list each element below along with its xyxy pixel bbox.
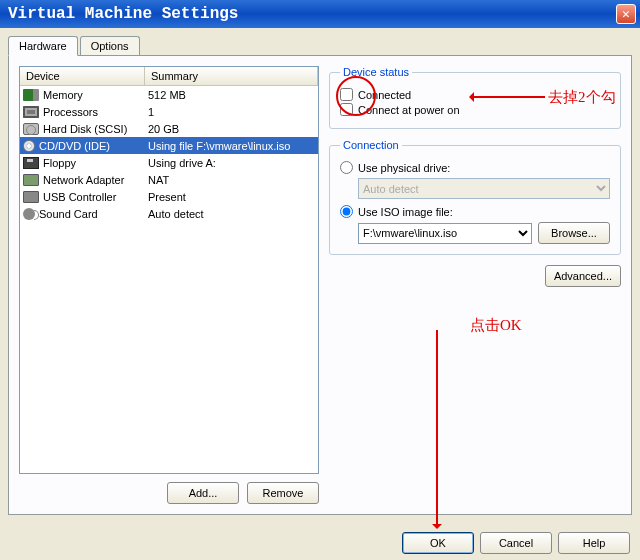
- iso-path-select[interactable]: F:\vmware\linux.iso: [358, 223, 532, 244]
- device-status-group: Device status Connected Connect at power…: [329, 66, 621, 129]
- advanced-row: Advanced...: [329, 265, 621, 287]
- connect-at-power-on-checkbox[interactable]: [340, 103, 353, 116]
- device-list: Device Summary Memory 512 MB Processors …: [19, 66, 319, 474]
- device-row-memory[interactable]: Memory 512 MB: [20, 86, 318, 103]
- ok-button[interactable]: OK: [402, 532, 474, 554]
- advanced-button[interactable]: Advanced...: [545, 265, 621, 287]
- connection-group: Connection Use physical drive: Auto dete…: [329, 139, 621, 255]
- header-summary[interactable]: Summary: [145, 67, 318, 85]
- tab-options[interactable]: Options: [80, 36, 140, 55]
- connection-legend: Connection: [340, 139, 402, 151]
- device-list-body: Memory 512 MB Processors 1 Hard Disk (SC…: [20, 86, 318, 222]
- device-list-buttons: Add... Remove: [19, 482, 319, 504]
- use-iso-label: Use ISO image file:: [358, 206, 453, 218]
- close-icon: ✕: [622, 6, 630, 22]
- connect-at-power-on-label: Connect at power on: [358, 104, 460, 116]
- close-button[interactable]: ✕: [616, 4, 636, 24]
- use-iso-radio[interactable]: [340, 205, 353, 218]
- content-area: Hardware Options Device Summary Memory 5…: [0, 28, 640, 560]
- browse-button[interactable]: Browse...: [538, 222, 610, 244]
- device-row-network[interactable]: Network Adapter NAT: [20, 171, 318, 188]
- device-row-cddvd[interactable]: CD/DVD (IDE) Using file F:\vmware\linux.…: [20, 137, 318, 154]
- cd-dvd-icon: [23, 140, 35, 152]
- dialog-buttons: OK Cancel Help: [402, 532, 630, 554]
- left-column: Device Summary Memory 512 MB Processors …: [19, 66, 319, 504]
- device-row-harddisk[interactable]: Hard Disk (SCSI) 20 GB: [20, 120, 318, 137]
- use-physical-radio[interactable]: [340, 161, 353, 174]
- floppy-icon: [23, 157, 39, 169]
- title-bar: Virtual Machine Settings ✕: [0, 0, 640, 28]
- device-row-sound[interactable]: Sound Card Auto detect: [20, 205, 318, 222]
- device-status-legend: Device status: [340, 66, 412, 78]
- tab-panel-hardware: Device Summary Memory 512 MB Processors …: [8, 55, 632, 515]
- device-row-floppy[interactable]: Floppy Using drive A:: [20, 154, 318, 171]
- cpu-icon: [23, 106, 39, 118]
- hard-disk-icon: [23, 123, 39, 135]
- tab-hardware[interactable]: Hardware: [8, 36, 78, 56]
- usb-icon: [23, 191, 39, 203]
- physical-drive-select[interactable]: Auto detect: [358, 178, 610, 199]
- connected-label: Connected: [358, 89, 411, 101]
- right-column: Device status Connected Connect at power…: [329, 66, 621, 504]
- device-list-header: Device Summary: [20, 67, 318, 86]
- window-title: Virtual Machine Settings: [8, 5, 238, 23]
- add-button[interactable]: Add...: [167, 482, 239, 504]
- device-row-processors[interactable]: Processors 1: [20, 103, 318, 120]
- device-row-usb[interactable]: USB Controller Present: [20, 188, 318, 205]
- network-icon: [23, 174, 39, 186]
- sound-icon: [23, 208, 35, 220]
- remove-button[interactable]: Remove: [247, 482, 319, 504]
- tab-row: Hardware Options: [8, 36, 632, 55]
- help-button[interactable]: Help: [558, 532, 630, 554]
- connected-checkbox[interactable]: [340, 88, 353, 101]
- use-physical-label: Use physical drive:: [358, 162, 450, 174]
- header-device[interactable]: Device: [20, 67, 145, 85]
- memory-icon: [23, 89, 39, 101]
- cancel-button[interactable]: Cancel: [480, 532, 552, 554]
